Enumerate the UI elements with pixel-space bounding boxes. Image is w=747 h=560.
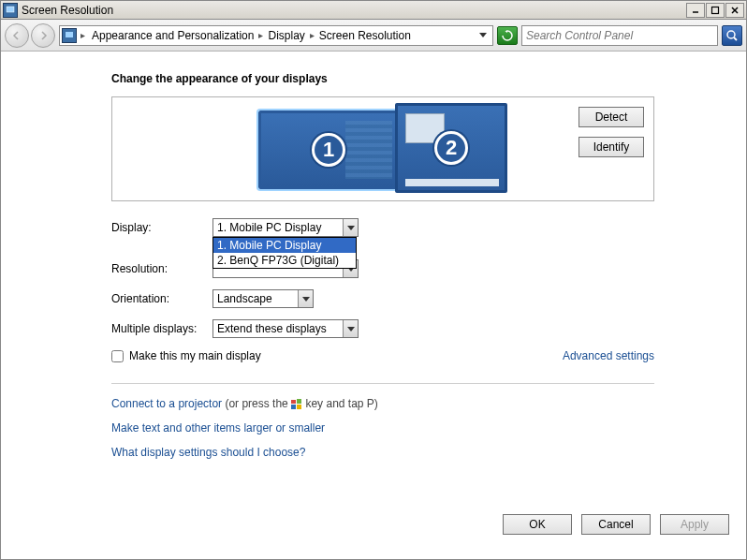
- svg-rect-0: [7, 7, 14, 12]
- display-label: Display:: [111, 221, 212, 234]
- orientation-label: Orientation:: [111, 292, 212, 305]
- page-heading: Change the appearance of your displays: [111, 72, 654, 85]
- dropdown-option[interactable]: 2. BenQ FP73G (Digital): [213, 253, 356, 268]
- apply-button[interactable]: Apply: [660, 514, 729, 535]
- maximize-button[interactable]: [706, 3, 725, 18]
- ok-button[interactable]: OK: [503, 514, 572, 535]
- screen-resolution-window: Screen Resolution ▸ Appearance and Perso…: [0, 0, 747, 560]
- display-combo[interactable]: 1. Mobile PC Display: [212, 218, 359, 237]
- main-display-label: Make this my main display: [129, 349, 261, 362]
- refresh-button[interactable]: [497, 26, 518, 45]
- monitor-badge: 2: [434, 131, 468, 165]
- chevron-right-icon: ▸: [310, 30, 315, 40]
- chevron-down-icon: [298, 290, 313, 307]
- window-title: Screen Resolution: [22, 4, 113, 17]
- monitor-badge: 1: [312, 133, 345, 167]
- breadcrumb-item[interactable]: Display: [265, 29, 307, 42]
- display-dropdown-list[interactable]: 1. Mobile PC Display 2. BenQ FP73G (Digi…: [212, 237, 357, 269]
- text-size-link[interactable]: Make text and other items larger or smal…: [111, 421, 325, 435]
- dropdown-option[interactable]: 1. Mobile PC Display: [213, 238, 356, 253]
- control-panel-icon: [3, 3, 18, 18]
- projector-hint-a: (or press the: [222, 397, 291, 410]
- chevron-down-icon: [343, 320, 358, 337]
- help-link[interactable]: What display settings should I choose?: [111, 446, 305, 459]
- chevron-right-icon: ▸: [81, 30, 85, 40]
- dialog-button-bar: OK Cancel Apply: [503, 514, 729, 535]
- back-button[interactable]: [5, 23, 29, 48]
- resolution-label: Resolution:: [111, 262, 212, 275]
- address-dropdown[interactable]: [476, 33, 491, 37]
- projector-link[interactable]: Connect to a projector: [111, 397, 222, 410]
- monitor-2[interactable]: 2: [395, 103, 507, 193]
- minimize-button[interactable]: [686, 3, 705, 18]
- windows-key-icon: [291, 399, 302, 410]
- content-area: Change the appearance of your displays 1…: [1, 52, 746, 459]
- breadcrumb-item[interactable]: Appearance and Personalization: [89, 29, 256, 42]
- combo-value: Landscape: [213, 292, 298, 305]
- forward-button[interactable]: [31, 23, 55, 48]
- svg-rect-2: [712, 7, 719, 13]
- svg-rect-8: [291, 400, 296, 404]
- svg-rect-5: [66, 32, 73, 37]
- search-button[interactable]: [722, 25, 742, 46]
- breadcrumb: Appearance and Personalization ▸ Display…: [89, 29, 472, 42]
- detect-button[interactable]: Detect: [579, 107, 644, 127]
- svg-rect-9: [297, 399, 301, 404]
- search-input[interactable]: [526, 29, 713, 42]
- svg-point-6: [727, 31, 735, 38]
- display-arrangement-panel[interactable]: 1 2 Detect Identify: [111, 96, 654, 201]
- advanced-settings-link[interactable]: Advanced settings: [563, 349, 654, 362]
- orientation-combo[interactable]: Landscape: [212, 289, 314, 308]
- breadcrumb-item[interactable]: Screen Resolution: [316, 29, 414, 42]
- main-display-checkbox[interactable]: [111, 350, 124, 362]
- multiple-displays-label: Multiple displays:: [111, 322, 212, 335]
- cancel-button[interactable]: Cancel: [581, 514, 651, 535]
- address-bar[interactable]: ▸ Appearance and Personalization ▸ Displ…: [59, 25, 493, 46]
- svg-rect-11: [297, 405, 301, 409]
- navbar: ▸ Appearance and Personalization ▸ Displ…: [1, 20, 746, 52]
- search-box[interactable]: [521, 25, 718, 46]
- identify-button[interactable]: Identify: [579, 137, 644, 157]
- combo-value: Extend these displays: [213, 322, 343, 335]
- projector-hint-b: key and tap P): [302, 397, 378, 410]
- chevron-down-icon: [343, 219, 358, 236]
- monitor-1[interactable]: 1: [258, 111, 399, 189]
- control-panel-icon: [62, 28, 77, 43]
- svg-rect-10: [291, 405, 296, 409]
- combo-value: 1. Mobile PC Display: [213, 221, 343, 234]
- svg-line-7: [734, 37, 737, 40]
- chevron-right-icon: ▸: [258, 30, 263, 40]
- close-button[interactable]: [725, 3, 744, 18]
- titlebar: Screen Resolution: [1, 1, 746, 20]
- multiple-displays-combo[interactable]: Extend these displays: [212, 319, 359, 338]
